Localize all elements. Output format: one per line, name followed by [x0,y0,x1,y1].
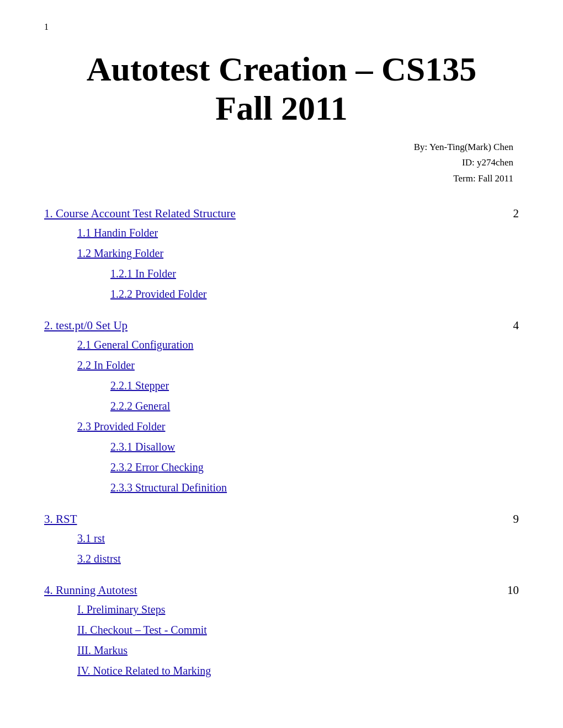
toc-sub-link[interactable]: 2.2.2 General [110,397,519,415]
page-number: 1 [44,22,49,32]
toc-sub-item-container: 1.2.2 Provided Folder [44,285,519,303]
toc-sub-item-container: III. Markus [44,641,519,660]
toc-top-item: 1. Course Account Test Related Structure… [44,207,519,221]
toc-sub-item-container: 2.2 In Folder [44,356,519,374]
toc-sub-link[interactable]: 1.2 Marking Folder [77,244,519,263]
toc-section: 4. Running Autotest10I. Preliminary Step… [44,584,519,680]
toc-sub-item-container: I. Preliminary Steps [44,601,519,619]
toc-sub-link[interactable]: I. Preliminary Steps [77,601,519,619]
toc-sub-item-container: 2.2.2 General [44,397,519,415]
toc-sub-item-container: 1.1 Handin Folder [44,224,519,242]
toc-sub-item-container: 1.2 Marking Folder [44,244,519,263]
toc-sub-item-container: 1.2.1 In Folder [44,265,519,283]
document-page: 1 Autotest Creation – CS135 Fall 2011 By… [0,0,563,728]
toc-sub-link[interactable]: II. Checkout – Test - Commit [77,621,519,639]
toc-section: 3. RST93.1 rst3.2 distrst [44,512,519,568]
toc-sub-item-container: II. Checkout – Test - Commit [44,621,519,639]
toc-sub-item-container: 2.3.2 Error Checking [44,458,519,477]
toc-sub-link[interactable]: 2.2.1 Stepper [110,377,519,395]
toc-sub-item-container: 2.3.1 Disallow [44,438,519,456]
toc-sub-item-container: 2.3 Provided Folder [44,417,519,436]
toc-sub-link[interactable]: 2.3.2 Error Checking [110,458,519,477]
toc-top-item: 4. Running Autotest10 [44,584,519,597]
author-name: By: Yen-Ting(Mark) Chen [44,140,513,156]
toc-sub-link[interactable]: 1.1 Handin Folder [77,224,519,242]
toc-section: 2. test.pt/0 Set Up42.1 General Configur… [44,319,519,497]
toc-sub-link[interactable]: 1.2.2 Provided Folder [110,285,519,303]
table-of-contents: 1. Course Account Test Related Structure… [44,207,519,680]
toc-section-link[interactable]: 3. RST [44,512,77,526]
author-block: By: Yen-Ting(Mark) Chen ID: y274chen Ter… [44,140,513,188]
title-block: Autotest Creation – CS135 Fall 2011 [44,50,519,129]
toc-sub-link[interactable]: III. Markus [77,641,519,660]
toc-page-number: 4 [513,319,519,333]
toc-page-number: 10 [507,584,519,597]
toc-sub-item-container: 3.2 distrst [44,550,519,568]
toc-sub-link[interactable]: 2.3.1 Disallow [110,438,519,456]
toc-section: 1. Course Account Test Related Structure… [44,207,519,303]
toc-sub-link[interactable]: 1.2.1 In Folder [110,265,519,283]
toc-sub-link[interactable]: 2.3.3 Structural Definition [110,479,519,497]
toc-sub-link[interactable]: IV. Notice Related to Marking [77,662,519,680]
toc-sub-item-container: 2.3.3 Structural Definition [44,479,519,497]
document-title: Autotest Creation – CS135 Fall 2011 [44,50,519,129]
toc-top-item: 3. RST9 [44,512,519,526]
toc-sub-link[interactable]: 2.1 General Configuration [77,336,519,354]
toc-page-number: 9 [513,512,519,526]
toc-sub-link[interactable]: 2.3 Provided Folder [77,417,519,436]
toc-sub-link[interactable]: 3.2 distrst [77,550,519,568]
toc-sub-link[interactable]: 3.1 rst [77,529,519,548]
toc-section-link[interactable]: 2. test.pt/0 Set Up [44,319,128,333]
author-id: ID: y274chen [44,155,513,171]
toc-sub-item-container: IV. Notice Related to Marking [44,662,519,680]
toc-top-item: 2. test.pt/0 Set Up4 [44,319,519,333]
toc-sub-item-container: 2.1 General Configuration [44,336,519,354]
toc-sub-item-container: 3.1 rst [44,529,519,548]
author-term: Term: Fall 2011 [44,171,513,187]
toc-sub-item-container: 2.2.1 Stepper [44,377,519,395]
toc-section-link[interactable]: 4. Running Autotest [44,584,137,597]
toc-sub-link[interactable]: 2.2 In Folder [77,356,519,374]
toc-page-number: 2 [513,207,519,221]
toc-section-link[interactable]: 1. Course Account Test Related Structure [44,207,236,221]
